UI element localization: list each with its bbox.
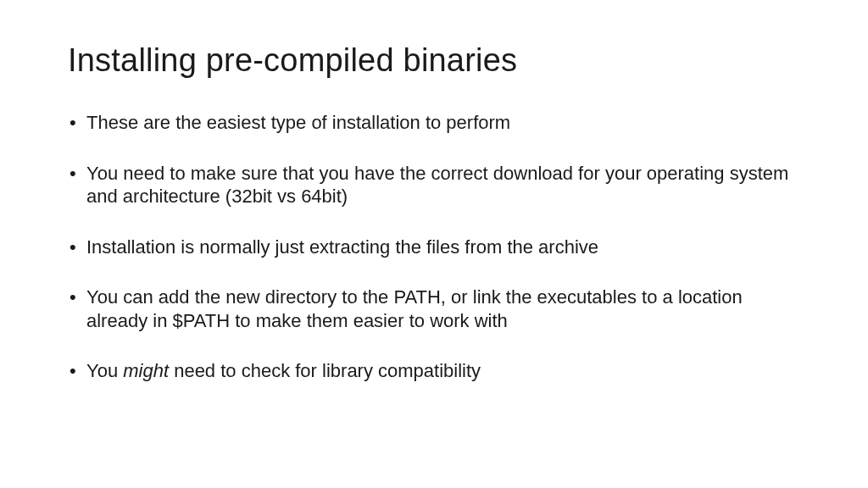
bullet-text-italic: might: [123, 360, 169, 381]
list-item: Installation is normally just extracting…: [68, 236, 800, 259]
bullet-list: These are the easiest type of installati…: [68, 111, 800, 383]
list-item: You need to make sure that you have the …: [68, 162, 800, 208]
bullet-text-post: need to check for library compatibility: [169, 360, 481, 381]
bullet-text-pre: You: [86, 360, 123, 381]
slide-title: Installing pre-compiled binaries: [68, 42, 800, 79]
list-item: You might need to check for library comp…: [68, 359, 800, 383]
list-item: You can add the new directory to the PAT…: [68, 286, 800, 332]
list-item: These are the easiest type of installati…: [68, 111, 800, 135]
